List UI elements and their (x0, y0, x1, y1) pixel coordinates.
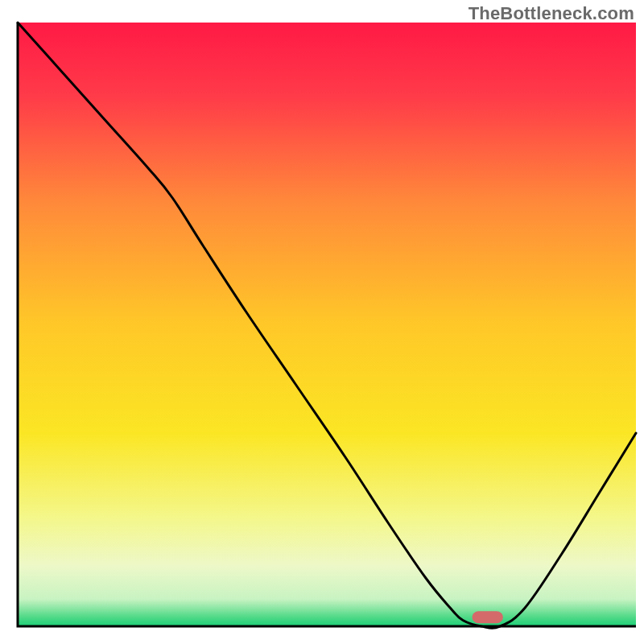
watermark-label: TheBottleneck.com (469, 3, 634, 24)
bottleneck-chart (0, 0, 644, 644)
optimal-marker (472, 611, 502, 623)
plot-background (18, 23, 636, 626)
chart-container: TheBottleneck.com (0, 0, 644, 644)
